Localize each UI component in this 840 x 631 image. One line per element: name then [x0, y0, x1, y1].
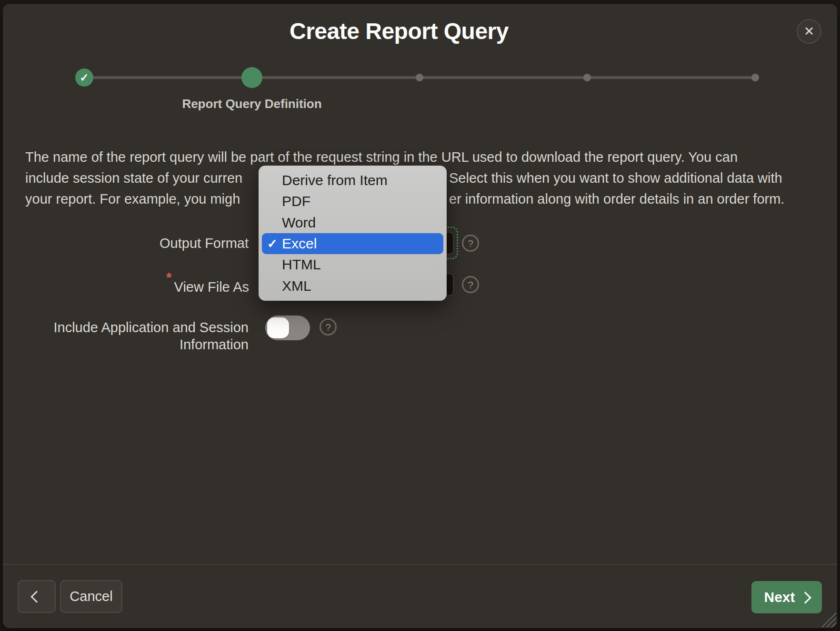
wizard-step-2-current	[241, 67, 262, 88]
menu-item-html[interactable]: HTML	[259, 254, 447, 275]
view-file-as-label: View File As	[86, 280, 249, 294]
output-format-label: Output Format	[86, 236, 249, 250]
description-line-3-left: your report. For example, you migh	[25, 191, 240, 207]
description-line-1: The name of the report query will be par…	[25, 147, 825, 168]
menu-item-xml[interactable]: XML	[259, 276, 447, 296]
page-background: Create Report Query ✕ ✓ Report Query Def…	[0, 0, 840, 631]
help-icon: ?	[468, 238, 473, 248]
check-icon: ✓	[267, 237, 278, 251]
back-button[interactable]	[18, 580, 56, 613]
wizard-step-5	[751, 74, 759, 81]
menu-item-derive-from-item[interactable]: Derive from Item	[259, 170, 447, 191]
menu-item-word[interactable]: Word	[259, 212, 447, 233]
description-line-2-left: include session state of your curren	[25, 170, 242, 186]
menu-item-excel-selected[interactable]: ✓ Excel	[262, 233, 443, 254]
view-file-as-help-button[interactable]: ?	[462, 276, 479, 293]
toggle-knob	[267, 317, 289, 338]
help-icon: ?	[468, 280, 473, 290]
chevron-left-icon	[30, 591, 42, 602]
close-icon: ✕	[804, 25, 815, 38]
wizard-step-1-complete: ✓	[75, 69, 93, 87]
include-session-label: Include Application and Session Informat…	[43, 319, 249, 353]
include-session-help-button[interactable]: ?	[320, 318, 337, 335]
wizard-step-label: Report Query Definition	[128, 97, 376, 111]
description-line-2-right: Select this when you want to show additi…	[449, 168, 782, 188]
close-button[interactable]: ✕	[797, 19, 821, 44]
include-session-toggle[interactable]	[265, 316, 310, 340]
include-session-label-line-2: Information	[43, 336, 249, 353]
wizard-step-3	[416, 74, 423, 81]
description-line-3-right: er information along with order details …	[449, 188, 784, 209]
menu-item-pdf[interactable]: PDF	[259, 191, 447, 212]
dialog-title: Create Report Query	[0, 18, 798, 44]
chevron-right-icon	[799, 592, 811, 603]
check-icon: ✓	[80, 71, 89, 84]
wizard-step-4	[583, 74, 591, 81]
include-session-label-line-1: Include Application and Session	[43, 319, 249, 336]
footer-divider	[3, 564, 837, 565]
cancel-button[interactable]: Cancel	[60, 580, 122, 613]
output-format-dropdown-menu: Derive from Item PDF Word ✓ Excel HTML X…	[259, 166, 447, 301]
output-format-help-button[interactable]: ?	[462, 235, 479, 252]
help-icon: ?	[325, 322, 331, 332]
next-button[interactable]: Next	[751, 581, 822, 613]
